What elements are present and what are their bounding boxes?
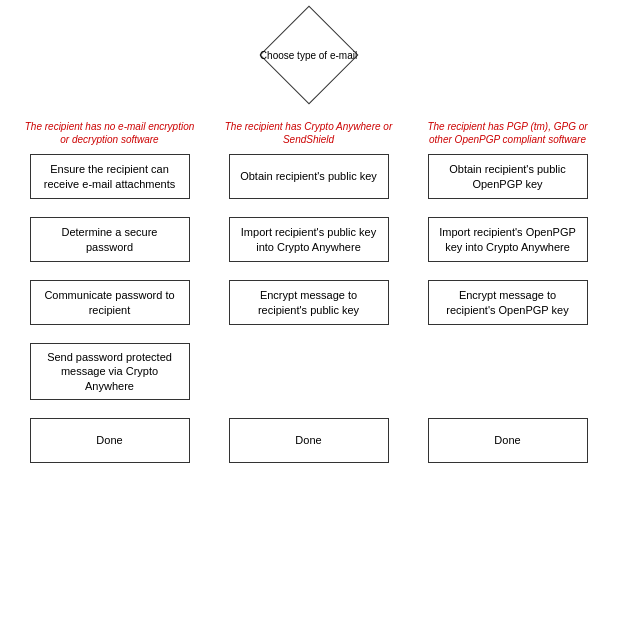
box-r3-c3: Encrypt message to recipient's OpenPGP k…	[428, 280, 588, 325]
row-5-done: Done Done Done	[10, 418, 607, 463]
box-r4-c1: Send password protected message via Cryp…	[30, 343, 190, 400]
column-labels-row: The recipient has no e-mail encryption o…	[10, 120, 607, 146]
box-r4-c3-empty	[428, 349, 588, 394]
row-3: Communicate password to recipient Encryp…	[10, 280, 607, 325]
box-r2-c2: Import recipient's public key into Crypt…	[229, 217, 389, 262]
box-r1-c1: Ensure the recipient can receive e-mail …	[30, 154, 190, 199]
row-4: Send password protected message via Cryp…	[10, 343, 607, 400]
box-r3-c2: Encrypt message to recipient's public ke…	[229, 280, 389, 325]
box-done-c1: Done	[30, 418, 190, 463]
box-r1-c2: Obtain recipient's public key	[229, 154, 389, 199]
box-r4-c2-empty	[229, 349, 389, 394]
col-label-1: The recipient has no e-mail encryption o…	[25, 120, 195, 146]
box-done-c3: Done	[428, 418, 588, 463]
decision-diamond-container: Choose type of e-mail	[10, 20, 607, 90]
box-r2-c3: Import recipient's OpenPGP key into Cryp…	[428, 217, 588, 262]
row-2: Determine a secure password Import recip…	[10, 217, 607, 262]
col-label-2: The recipient has Crypto Anywhere or Sen…	[224, 120, 394, 146]
box-done-c2: Done	[229, 418, 389, 463]
box-r3-c1: Communicate password to recipient	[30, 280, 190, 325]
flowchart-diagram: Choose type of e-mail The recipient has …	[0, 0, 617, 634]
diamond-label: Choose type of e-mail	[260, 49, 357, 62]
box-r1-c3: Obtain recipient's public OpenPGP key	[428, 154, 588, 199]
box-r2-c1: Determine a secure password	[30, 217, 190, 262]
row-1: Ensure the recipient can receive e-mail …	[10, 154, 607, 199]
col-label-3: The recipient has PGP (tm), GPG or other…	[423, 120, 593, 146]
